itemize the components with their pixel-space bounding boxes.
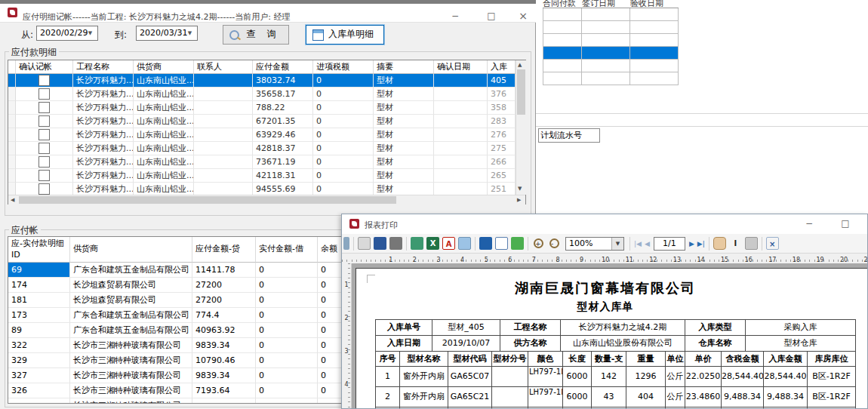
divider [528, 113, 868, 114]
detail-table-row[interactable]: 长沙万科魅力...山东南山铝业...63929.460型材276 [8, 128, 516, 142]
scroll-right-icon[interactable]: ▶ [517, 197, 521, 203]
ruler-number: 3 [426, 257, 451, 263]
preview-area[interactable]: 1234 湖南巨晟门窗幕墙有限公司 型材入库单 入库单号型材_405工程名称长沙… [342, 263, 867, 409]
ruler-number: 18 [784, 257, 808, 263]
detail-table-row[interactable]: 长沙万科魅力...山东南山铝业...35658.170型材376 [8, 88, 516, 101]
ruler-number: 1 [342, 281, 351, 315]
first-page-button[interactable]: |◀ [634, 240, 642, 248]
form-detail-row: 2窗外开内扇GA65C21LH797-1LL600043404公斤23.4860… [376, 387, 856, 407]
detail-table-row[interactable]: 长沙万科魅力...山东南山铝业...42118.310型材265 [8, 169, 516, 183]
scroll-left-icon[interactable]: ◀ [11, 197, 14, 203]
scrollbar-thumb[interactable] [19, 196, 396, 204]
vertical-scrollbar[interactable]: ▲ ▼ [516, 60, 526, 195]
from-label: 从: [21, 29, 33, 42]
contract-table-row[interactable] [543, 47, 679, 60]
scroll-up-icon[interactable]: ▲ [518, 62, 522, 68]
page-setup-icon[interactable] [374, 237, 386, 250]
maximize-icon[interactable]: □ [480, 10, 503, 23]
next-page-button[interactable]: ▶ [689, 240, 694, 248]
ruler-number: 6 [498, 257, 522, 263]
minimize-icon[interactable]: − [798, 217, 820, 231]
plan-serial-field[interactable]: 计划流水号 [538, 128, 600, 143]
ruler-number: 21 [856, 257, 867, 263]
detail-table-row[interactable]: 长沙万科魅力...山东南山铝业...42818.370型材275 [8, 142, 516, 155]
to-label: 到: [115, 29, 127, 42]
ruler-number: 3 [342, 348, 351, 381]
detail-table-header: 确认记帐工程名称供货商联系人应付金额进项税额摘要确认日期入库 [8, 60, 516, 74]
close-preview-icon[interactable]: × [766, 237, 779, 250]
minimize-icon[interactable]: − [444, 10, 466, 23]
horizontal-scrollbar[interactable]: ◀ ▶ [8, 195, 525, 204]
detail-table-row[interactable]: 长沙万科魅力...山东南山铝业...38032.740型材405 [8, 74, 516, 88]
contract-table-row[interactable] [543, 72, 679, 85]
chevron-down-icon[interactable]: ▼ [611, 238, 623, 250]
maximize-icon[interactable]: □ [834, 217, 857, 231]
query-button[interactable]: 查 询 [223, 25, 289, 45]
ruler-number: 14 [689, 257, 713, 263]
print-icon[interactable] [358, 237, 371, 250]
detail-table-row[interactable]: 长沙万科魅力...山东南山铝业...788.220型材358 [8, 101, 516, 115]
document-icon[interactable] [495, 237, 508, 250]
text-select-icon[interactable]: I [729, 237, 742, 250]
contract-table-row[interactable] [543, 8, 679, 21]
last-page-button[interactable]: ▶| [697, 240, 705, 248]
window-title: 应付明细记帐------当前工程: 长沙万科魅力之城4.2期------当前用户… [23, 11, 291, 23]
form-detail-header: 序号型材名称型材代码型材分号颜色长度数量-支重量单位单价含税金额入库金额库房库位 [376, 352, 856, 367]
ruler-number: 2 [342, 315, 351, 348]
excel-export-icon[interactable]: X [426, 237, 439, 250]
to-date-select[interactable]: 2020/03/31 ▼ [136, 26, 198, 41]
ruler-number: 20 [832, 257, 856, 263]
ruler-number: 11 [617, 257, 642, 263]
company-title: 湖南巨晟门窗幕墙有限公司 [356, 279, 854, 297]
pdf-export-icon[interactable]: A [442, 237, 455, 250]
from-date-select[interactable]: 2020/02/29 ▼ [36, 26, 98, 41]
zoom-in-icon[interactable]: + [532, 237, 545, 250]
scrollbar-thumb[interactable] [517, 69, 525, 115]
detail-group-label: 应付款明细 [9, 46, 59, 59]
detail-table-row[interactable]: 长沙万科魅力...山东南山铝业...73671.190型材266 [8, 155, 516, 169]
ruler-number: 8 [546, 257, 570, 263]
contract-table-header: 合同付款签订日期验收日期 [543, 0, 679, 8]
hand-tool-icon[interactable] [713, 237, 726, 250]
zoom-select[interactable]: 100% ▼ [565, 237, 624, 251]
ruler-number: 1 [379, 257, 403, 263]
ruler-number: 9 [570, 257, 594, 263]
titlebar[interactable]: 应付明细记帐------当前工程: 长沙万科魅力之城4.2期------当前用户… [0, 4, 536, 23]
form-title: 型材入库单 [356, 300, 854, 314]
detail-table-row[interactable]: 长沙万科魅力...山东南山铝业...94555.690型材251 [8, 183, 516, 195]
contract-payment-table: 合同付款签订日期验收日期 [543, 0, 679, 85]
zoom-out-icon[interactable]: - [548, 237, 561, 250]
export-icon[interactable] [411, 237, 423, 250]
settings-icon[interactable] [389, 237, 402, 250]
save-icon[interactable] [479, 237, 492, 250]
copy-icon[interactable] [745, 237, 758, 250]
ruler-number: 5 [474, 257, 498, 263]
close-icon[interactable]: × [864, 217, 868, 231]
report-print-window: 报表打印 − □ × X A + - 100% ▼ |◀ ◀ 1/1 ▶ ▶| [341, 214, 868, 409]
prev-page-button[interactable]: ◀ [645, 240, 650, 248]
page-number-field[interactable]: 1/1 [654, 237, 685, 251]
mail-icon[interactable] [458, 237, 471, 250]
form-detail-row: 1窗外开内扇GA65C07LH797-1LL60001421296公斤22.02… [376, 367, 856, 387]
divider [528, 126, 868, 127]
detail-table-row[interactable]: 长沙万科魅力...山东南山铝业...67201.350型材283 [8, 115, 516, 128]
contract-table-row[interactable] [543, 60, 679, 72]
chevron-down-icon[interactable]: ▼ [184, 28, 195, 38]
panel-icon[interactable] [343, 237, 349, 250]
scroll-down-icon[interactable]: ▼ [518, 186, 522, 192]
account-group-label: 应付帐 [9, 224, 41, 237]
contract-table-row[interactable] [543, 21, 679, 34]
horizontal-ruler: 123456789101112131415161718192021 [342, 254, 867, 264]
ruler-number: 15 [713, 257, 737, 263]
chevron-down-icon[interactable]: ▼ [85, 28, 96, 38]
report-page: 湖南巨晟门窗幕墙有限公司 型材入库单 入库单号型材_405工程名称长沙万科魅力之… [356, 268, 867, 409]
titlebar[interactable]: 报表打印 − □ × [342, 214, 867, 235]
ruler-number: 17 [761, 257, 785, 263]
inbound-detail-button[interactable]: 入库单明细 [306, 25, 384, 45]
ruler-number: 19 [808, 257, 833, 263]
ruler-number: 7 [522, 257, 546, 263]
close-icon[interactable]: × [512, 10, 534, 23]
chart-icon[interactable] [511, 237, 524, 250]
contract-table-row[interactable] [543, 34, 679, 47]
toolbar: X A + - 100% ▼ |◀ ◀ 1/1 ▶ ▶| I × [342, 234, 867, 254]
